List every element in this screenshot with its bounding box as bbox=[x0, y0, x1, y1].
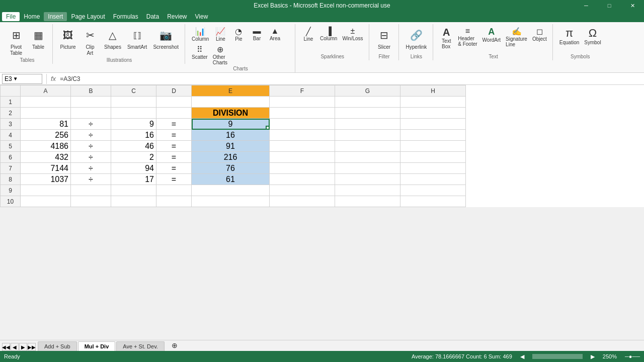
cell-C6[interactable]: 2 bbox=[111, 152, 156, 163]
cell-D2[interactable] bbox=[156, 108, 192, 119]
cell-F6[interactable] bbox=[270, 152, 335, 163]
equation-button[interactable]: π Equation bbox=[558, 26, 581, 46]
cell-B3[interactable]: ÷ bbox=[71, 119, 111, 130]
cell-C7[interactable]: 94 bbox=[111, 163, 156, 174]
cell-G4[interactable] bbox=[335, 130, 400, 141]
cell-E1[interactable] bbox=[192, 97, 270, 108]
cell-H4[interactable] bbox=[400, 130, 466, 141]
smart-art-button[interactable]: ⟦⟧ SmartArt bbox=[125, 26, 149, 51]
cell-B5[interactable]: ÷ bbox=[71, 141, 111, 152]
menu-review[interactable]: Review bbox=[163, 12, 191, 21]
scatter-chart-button[interactable]: ⠿ Scatter bbox=[190, 44, 209, 60]
cell-B9[interactable] bbox=[71, 185, 111, 196]
cell-G3[interactable] bbox=[335, 119, 400, 130]
sheet-tab-add-new[interactable]: ⊕ bbox=[166, 340, 184, 351]
col-header-F[interactable]: F bbox=[270, 85, 335, 97]
sheet-nav-last[interactable]: ▶▶ bbox=[28, 343, 36, 351]
status-scroll-left[interactable]: ◀ bbox=[520, 353, 524, 360]
cell-F3[interactable] bbox=[270, 119, 335, 130]
cell-G8[interactable] bbox=[335, 174, 400, 185]
cell-A5[interactable]: 4186 bbox=[21, 141, 71, 152]
cell-H1[interactable] bbox=[400, 97, 466, 108]
col-header-A[interactable]: A bbox=[21, 85, 71, 97]
menu-data[interactable]: Data bbox=[142, 12, 163, 21]
cell-H6[interactable] bbox=[400, 152, 466, 163]
cell-D9[interactable] bbox=[156, 185, 192, 196]
cell-F9[interactable] bbox=[270, 185, 335, 196]
pie-chart-button[interactable]: ◔ Pie bbox=[230, 26, 247, 42]
column-chart-button[interactable]: 📊 Column bbox=[190, 26, 210, 42]
col-header-E[interactable]: E bbox=[192, 85, 270, 97]
row-header-8[interactable]: 8 bbox=[1, 174, 21, 185]
cell-D4[interactable]: = bbox=[156, 130, 192, 141]
other-charts-button[interactable]: ⊕ OtherCharts bbox=[211, 44, 229, 66]
cell-B4[interactable]: ÷ bbox=[71, 130, 111, 141]
signature-line-button[interactable]: ✍ SignatureLine bbox=[504, 26, 529, 48]
cell-H2[interactable] bbox=[400, 108, 466, 119]
header-footer-button[interactable]: ≡ Header& Footer bbox=[456, 26, 478, 47]
cell-A2[interactable] bbox=[21, 108, 71, 119]
cell-G5[interactable] bbox=[335, 141, 400, 152]
cell-E9[interactable] bbox=[192, 185, 270, 196]
cell-F5[interactable] bbox=[270, 141, 335, 152]
picture-button[interactable]: 🖼 Picture bbox=[58, 26, 78, 51]
cell-G1[interactable] bbox=[335, 97, 400, 108]
cell-G9[interactable] bbox=[335, 185, 400, 196]
name-box-dropdown-icon[interactable]: ▼ bbox=[13, 76, 18, 81]
cell-A7[interactable]: 7144 bbox=[21, 163, 71, 174]
menu-view[interactable]: View bbox=[191, 12, 212, 21]
restore-button[interactable]: □ bbox=[598, 0, 621, 11]
row-header-4[interactable]: 4 bbox=[1, 130, 21, 141]
cell-A6[interactable]: 432 bbox=[21, 152, 71, 163]
cell-C10[interactable] bbox=[111, 196, 156, 207]
cell-F8[interactable] bbox=[270, 174, 335, 185]
row-header-10[interactable]: 10 bbox=[1, 196, 21, 207]
cell-G10[interactable] bbox=[335, 196, 400, 207]
row-header-3[interactable]: 3 bbox=[1, 119, 21, 130]
row-header-6[interactable]: 6 bbox=[1, 152, 21, 163]
cell-G6[interactable] bbox=[335, 152, 400, 163]
cell-D1[interactable] bbox=[156, 97, 192, 108]
sheet-nav-next[interactable]: ▶ bbox=[19, 343, 27, 351]
row-header-2[interactable]: 2 bbox=[1, 108, 21, 119]
cell-C4[interactable]: 16 bbox=[111, 130, 156, 141]
cell-C9[interactable] bbox=[111, 185, 156, 196]
column-sparkline-button[interactable]: ▐ Column bbox=[318, 26, 339, 42]
screenshot-button[interactable]: 📷 Screenshot bbox=[151, 26, 181, 51]
status-scroll-right[interactable]: ▶ bbox=[591, 353, 595, 360]
cell-F7[interactable] bbox=[270, 163, 335, 174]
cell-D10[interactable] bbox=[156, 196, 192, 207]
cell-D6[interactable]: = bbox=[156, 152, 192, 163]
cell-D7[interactable]: = bbox=[156, 163, 192, 174]
cell-F2[interactable] bbox=[270, 108, 335, 119]
symbol-button[interactable]: Ω Symbol bbox=[583, 26, 602, 46]
cell-F1[interactable] bbox=[270, 97, 335, 108]
cell-A9[interactable] bbox=[21, 185, 71, 196]
row-header-9[interactable]: 9 bbox=[1, 185, 21, 196]
cell-B1[interactable] bbox=[71, 97, 111, 108]
col-header-D[interactable]: D bbox=[156, 85, 192, 97]
sheet-tab-ave-stdev[interactable]: Ave + St. Dev. bbox=[116, 341, 165, 351]
cell-C1[interactable] bbox=[111, 97, 156, 108]
wordart-button[interactable]: A WordArt bbox=[481, 26, 503, 43]
cell-B7[interactable]: ÷ bbox=[71, 163, 111, 174]
cell-B2[interactable] bbox=[71, 108, 111, 119]
line-sparkline-button[interactable]: ╱ Line bbox=[300, 26, 316, 42]
cell-A1[interactable] bbox=[21, 97, 71, 108]
row-header-5[interactable]: 5 bbox=[1, 141, 21, 152]
sheet-tab-add-sub[interactable]: Add + Sub bbox=[38, 341, 77, 351]
cell-A8[interactable]: 1037 bbox=[21, 174, 71, 185]
cell-A4[interactable]: 256 bbox=[21, 130, 71, 141]
cell-C3[interactable]: 9 bbox=[111, 119, 156, 130]
sheet-nav-prev[interactable]: ◀ bbox=[11, 343, 19, 351]
cell-G2[interactable] bbox=[335, 108, 400, 119]
minimize-button[interactable]: ─ bbox=[575, 0, 598, 11]
shapes-button[interactable]: △ Shapes bbox=[102, 26, 123, 51]
cell-C2[interactable] bbox=[111, 108, 156, 119]
cell-E5[interactable]: 91 bbox=[192, 141, 270, 152]
col-header-H[interactable]: H bbox=[400, 85, 466, 97]
name-box[interactable]: E3 ▼ bbox=[2, 74, 42, 84]
paste-options-icon[interactable]: ⊕ bbox=[269, 180, 270, 185]
cell-A10[interactable] bbox=[21, 196, 71, 207]
cell-E4[interactable]: 16 bbox=[192, 130, 270, 141]
